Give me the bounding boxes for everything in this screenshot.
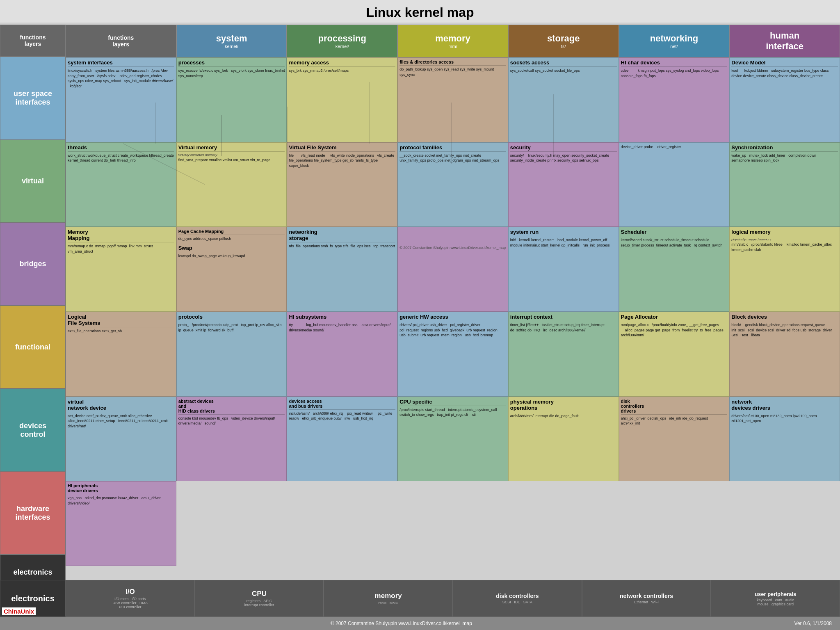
col-header-networking: networking net/ (619, 25, 730, 57)
cell-items: mm/slab.c /proc/slabinfo kfree kmalloc k… (731, 242, 838, 252)
cell-title: CPU specific (399, 399, 506, 406)
elec-disk-sub: SCSI IDE SATA (502, 600, 532, 604)
cell-title: disk controllers drivers (621, 399, 728, 415)
cell-hardware-system: devices access and bus drivers include/a… (287, 397, 397, 482)
cell-items: kernel/sched.c task_struct schedule_time… (621, 237, 728, 248)
cell-bridges-human: © 2007 Constantine Shulyupin www.LinuxDr… (397, 227, 508, 312)
column-headers: functions layers system kernel/ processi… (66, 25, 840, 57)
elec-peripherals-label: user peripherals (755, 591, 796, 597)
cell-functional-system: system run init/ kernel/ kernel_restart … (508, 227, 619, 312)
cell-title: threads (68, 144, 174, 152)
elec-cpu: CPU registers APICinterrupt controller (195, 580, 324, 617)
cell-items: drivers/net/ e100_open rtl8139_open ipw2… (731, 413, 838, 424)
col-header-memory: memory mm/ (397, 25, 508, 57)
cell-title: memory access (289, 59, 395, 67)
cell-title: system run (510, 229, 617, 236)
cell-items: mm/page_alloc.c /proc/buddyinfo zone_ __… (621, 322, 728, 338)
cell-hardware-processing: CPU specific /proc/interrupts start_thre… (397, 397, 508, 482)
cell-title: generic HW access (399, 314, 506, 321)
electronics-bar: I/O I/O mem I/O portsUSB controller DMAP… (66, 580, 840, 617)
cell-title: Synchronization (731, 144, 838, 152)
cell-virtual-system: Device Model kset kobject lddmm subsyste… (729, 57, 840, 142)
col-header-system: system kernel/ (176, 25, 287, 57)
cell-functional-processing: Scheduler kernel/sched.c task_struct sch… (619, 227, 730, 312)
elec-memory: memory RAM MMU (324, 580, 453, 617)
cell-bridges-storage: Page Cache Mapping do_sync address_space… (176, 227, 287, 312)
cell-title: files & directories access (399, 59, 506, 66)
cell-items: find_vma_prepare vmalloc vmlist vm_struc… (178, 158, 285, 163)
row-label-devices: devices control (0, 388, 66, 471)
cell-functional-human: HI subsystems tty log_buf mousedev_handl… (287, 312, 397, 397)
cell-items: tty log_buf mousedev_handler oss alsa dr… (289, 322, 395, 333)
cell-bridges-memory: Memory Mapping mm/mmap.c do_mmap_pgoff m… (66, 227, 176, 312)
cell-virtual-human: security security/ linux/security.h may_… (508, 142, 619, 227)
cell-items: kset kobject lddmm subsystem_register bu… (731, 68, 838, 78)
cell-items: block/ gendisk block_device_operations r… (731, 322, 838, 338)
cell-virtual-storage: Virtual File System file vfs_read inode … (287, 142, 397, 227)
cell-devices-human: abstract devices and HID class drivers c… (176, 397, 287, 482)
cell-hardware-storage: disk controllers drivers ahci_pci_driver… (619, 397, 730, 482)
elec-memory-label: memory (375, 592, 402, 600)
elec-network: network controllers Ethernet WiFi (582, 580, 711, 617)
cell-items: drivers/ pci_driver usb_driver pci_regis… (399, 322, 506, 338)
cell-devices-system: generic HW access drivers/ pci_driver us… (397, 312, 508, 397)
cell-title: Virtual File System (289, 144, 395, 152)
cell-title: abstract devices and HID class drivers (178, 399, 285, 415)
cell-items: vga_con atkbd_drv psmouse i8042_driver a… (68, 495, 174, 506)
cell-user-networking: sockets access sys_socketcall sys_socket… (508, 57, 619, 142)
col-header-processing: processing kernel/ (287, 25, 397, 57)
cell-title: Virtual memory (178, 144, 285, 152)
cell-title: Page Cache Mapping (178, 229, 285, 235)
cell-bridges-processing: Synchronization wake_up mutex_lock add_t… (729, 142, 840, 227)
cell-title-swap: Swap (178, 245, 285, 252)
cell-title: Logical File Systems (68, 314, 174, 327)
cell-items: linux/syscalls.h system files asm-i386/u… (68, 68, 174, 89)
cell-user-memory: memory access sys_brk sys_mmap2 /proc/se… (287, 57, 397, 142)
elec-network-sub: Ethernet WiFi (634, 600, 659, 604)
cell-hardware-memory: physical memory operations arch/i386/mm/… (508, 397, 619, 482)
cell-items: mm/mmap.c do_mmap_pgoff mmap_link mm_str… (68, 244, 174, 254)
cell-items: device_driver probe driver_register (621, 144, 728, 150)
cell-virtual-networking: protocol families __sock_create socket i… (397, 142, 508, 227)
elec-peripherals: user peripherals keyboard cam audiomouse… (711, 580, 840, 617)
cell-items: wake_up mutex_lock add_timer completion … (731, 153, 838, 163)
cell-items: do_path_lookup sys_open sys_read sys_wri… (399, 67, 506, 77)
cell-title: Device Model (731, 59, 838, 67)
elec-network-label: network controllers (620, 593, 673, 599)
row-label-functional: functional (0, 306, 66, 388)
cell-items: do_sync address_space pdflush (178, 236, 285, 242)
cell-items: __sock_create socket inet_family_ops ine… (399, 153, 506, 163)
col-header-human: human interface (729, 25, 840, 57)
col-header-layers: functions layers (66, 25, 176, 57)
cell-user-human: HI char devices cdev kmsg input_fops sys… (619, 57, 730, 142)
row-label-top: functions layers (0, 25, 66, 57)
cell-virtual-memory: Virtual memory virtually continues memor… (176, 142, 287, 227)
cell-hardware-human: HI peripherals device drivers vga_con at… (66, 481, 176, 566)
cell-items-swap: kswapd do_swap_page wakeup_kswapd (178, 253, 285, 259)
elec-disk: disk controllers SCSI IDE SATA (453, 580, 582, 617)
cell-bridges-networking: networking storage nfs_file_operations s… (287, 227, 397, 312)
cell-items: cdev kmsg input_fops sys_syslog snd_fops… (621, 68, 728, 78)
cell-title: protocols (178, 314, 285, 321)
cell-devices-processing: interrupt context timer_list jiffies++ t… (508, 312, 619, 397)
cell-virtual-processing: threads work_struct workqueue_struct cre… (66, 142, 176, 227)
footer-copyright: © 2007 Constantine Shulyupin www.LinuxDr… (8, 621, 794, 626)
cell-title: virtual network device (68, 399, 174, 412)
cell-title: HI peripherals device drivers (68, 483, 174, 494)
footer-version: Ver 0.6, 1/1/2008 (794, 621, 832, 626)
cell-items: proto_ /proc/net/protocols udp_prot tcp_… (178, 322, 285, 333)
cell-functional-networking: protocols proto_ /proc/net/protocols udp… (176, 312, 287, 397)
cell-items: sys_socketcall sys_socket socket_file_op… (510, 68, 617, 73)
col-header-storage: storage fs/ (508, 25, 619, 57)
row-label-user: user space interfaces (0, 57, 66, 139)
cell-items: init/ kernel/ kernel_restart load_module… (510, 237, 617, 248)
cell-items: include/asm/ arch/i386/ ehci_irq pci_rea… (289, 411, 395, 421)
cell-items: ahci_pci_driver idedisk_ops ide_intr ide… (621, 416, 728, 426)
row-label-hardware: hardware interfaces (0, 472, 66, 555)
elec-cpu-label: CPU (252, 590, 267, 598)
cell-items: © 2007 Constantine Shulyupin www.LinuxDr… (399, 245, 506, 251)
cell-title: Page Allocator (621, 314, 728, 321)
elec-disk-label: disk controllers (496, 593, 539, 599)
cell-functional-storage: Logical File Systems ext3_file_operation… (66, 312, 176, 397)
content-grid: system interfaces linux/syscalls.h syste… (66, 57, 840, 566)
